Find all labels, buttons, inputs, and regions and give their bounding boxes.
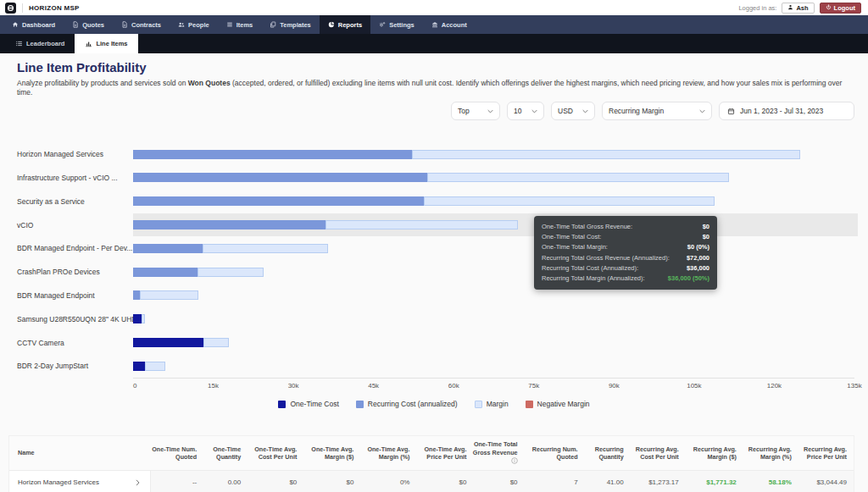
table-cell: $0 [415,471,471,492]
person-icon [787,4,793,12]
nav-item-label: Contracts [131,21,161,29]
axis-tick-label: 45k [368,382,379,390]
chart-category-label: Security as a Service [0,197,133,206]
nav-item-label: People [188,21,209,29]
column-header: Recurring Avg. Price Per Unit [797,436,854,471]
nav-item-quotes[interactable]: Quotes [64,15,113,34]
legend-label: Negative Margin [537,400,590,408]
chart-category-label: Infrastructure Support - vCIO ... [0,174,133,182]
chart-bar[interactable] [133,268,854,277]
nav-item-reports[interactable]: Reports [320,15,370,34]
table-cell: 7 [523,471,583,492]
top-filter-select[interactable]: Top [451,102,500,120]
table-cell: 58.18% [742,471,797,492]
info-icon[interactable] [511,457,518,467]
legend-label: Recurring Cost (annualized) [368,400,458,408]
tooltip-label: One-Time Total Gross Revenue: [542,222,632,232]
nav-item-account[interactable]: Account [423,15,476,34]
chart-category-label: CrashPlan PROe Devices [0,268,133,276]
chart-bar[interactable] [133,338,854,347]
axis-tick-label: 105k [687,382,701,390]
legend-swatch [278,401,286,408]
chart-row: Samsung U28R550UQN 28" 4K UHD ... [0,307,868,331]
legend-item: Negative Margin [526,400,590,408]
bar-segment-light [145,362,165,371]
nav-item-dashboard[interactable]: Dashboard [3,15,64,34]
metric-filter-select[interactable]: Recurring Margin [602,102,712,120]
tab-leaderboard[interactable]: Leaderboard [5,34,75,53]
page-title: Line Item Profitability [17,60,868,75]
column-header: Recurring Avg. Margin ($) [684,436,742,471]
divider [22,3,23,13]
chart-bar[interactable] [133,150,854,159]
legend-label: Margin [487,400,509,408]
chart-bar[interactable] [133,314,854,323]
tooltip-value: $36,000 [687,263,709,274]
date-range-picker[interactable]: Jun 1, 2023 - Jul 31, 2023 [719,102,854,120]
tooltip-label: Recurring Total Cost (Annualized): [542,263,638,274]
chart-category-label: Samsung U28R550UQN 28" 4K UHD ... [0,315,133,323]
axis-tick-label: 135k [847,382,861,390]
column-header: One-Time Num. Quoted [150,436,202,471]
column-header: One-Time Avg. Margin (%) [359,436,415,471]
sub-nav: LeaderboardLine Items [0,34,868,53]
column-header: One-Time Total Gross Revenue [472,436,523,471]
chevron-down-icon [699,109,705,113]
tooltip-value: $36,000 (50%) [668,274,709,284]
user-button[interactable]: Ash [782,3,814,14]
bar-segment-blue [133,220,326,229]
nav-item-label: Templates [280,21,311,29]
legend-item: One-Time Cost [278,400,338,408]
logout-label: Logout [834,4,855,12]
table-cell: $1,273.17 [629,471,684,492]
chart-row: Horizon Managed Services [0,142,868,166]
tab-line-items[interactable]: Line Items [75,34,137,53]
tooltip-row: One-Time Total Gross Revenue:$0 [542,222,709,232]
tooltip-label: Recurring Total Gross Revenue (Annualize… [542,253,670,263]
chart-row: Security as a Service [0,190,868,213]
table-cell: $0 [302,471,359,492]
chart-row: BDR Managed Endpoint - Per Dev... [0,236,868,260]
bar-segment-blue [133,150,412,159]
chart-bar[interactable] [133,362,854,371]
column-header: Recurring Avg. Margin (%) [742,436,797,471]
chevron-right-icon[interactable] [136,479,140,486]
nav-item-people[interactable]: People [170,15,218,34]
home-icon [12,21,19,28]
document-icon [121,21,128,28]
bar-segment-navy [133,314,142,323]
nav-item-contracts[interactable]: Contracts [113,15,170,34]
chart-bar[interactable] [133,196,854,206]
chart-row: Infrastructure Support - vCIO ... [0,166,868,190]
bar-segment-blue [133,173,427,182]
line-items-table: NameOne-Time Num. QuotedOne-Time Quantit… [9,436,854,492]
chart-legend: One-Time CostRecurring Cost (annualized)… [0,400,868,408]
chevron-down-icon [487,109,493,113]
legend-swatch [356,401,364,408]
chart-bar[interactable] [133,290,854,300]
axis-tick-label: 15k [208,382,219,390]
nav-item-templates[interactable]: Templates [261,15,320,34]
row-name-cell[interactable]: Horizon Managed Services [9,471,150,492]
tooltip-row: One-Time Total Cost:$0 [542,232,709,242]
axis-tick-label: 75k [528,382,539,390]
column-header: Recurring Avg. Cost Per Unit [629,436,684,471]
logout-button[interactable]: Logout [820,3,861,14]
nav-item-label: Reports [338,21,362,29]
nav-item-items[interactable]: Items [218,15,262,34]
bar-segment-light [427,173,729,182]
bar-segment-blue [133,196,424,206]
chart-bar[interactable] [133,220,854,229]
chart-bar[interactable] [133,244,854,253]
tooltip-row: One-Time Total Margin:$0 (0%) [542,242,709,252]
table-cell: $3,044.49 [797,471,854,492]
line-items-table-card: NameOne-Time Num. QuotedOne-Time Quantit… [8,435,854,492]
nav-item-settings[interactable]: Settings [370,15,423,34]
bar-segment-blue [133,290,140,300]
currency-filter-select[interactable]: USD [551,102,595,120]
count-filter-select[interactable]: 10 [507,102,544,120]
logged-in-as-label: Logged in as: [738,4,776,12]
chart-bar[interactable] [133,173,854,182]
profitability-bar-chart: Horizon Managed ServicesInfrastructure S… [0,142,868,378]
table-cell: $1,771.32 [684,471,742,492]
